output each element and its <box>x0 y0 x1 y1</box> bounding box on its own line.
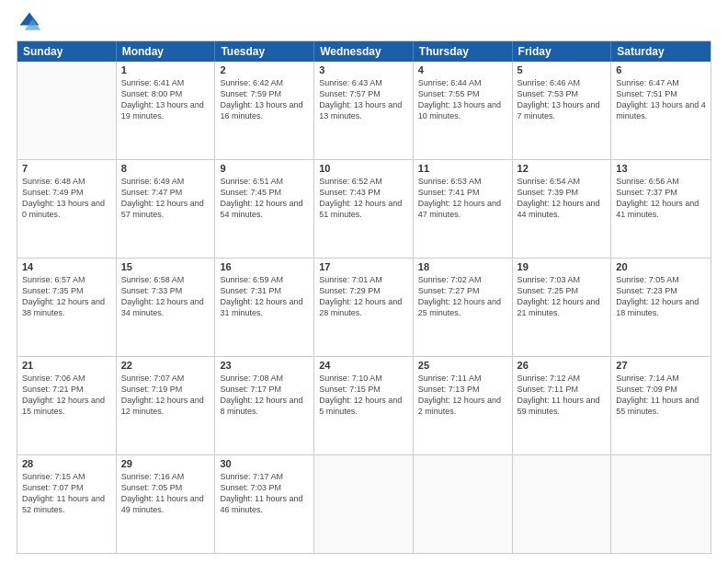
day-info: Sunrise: 6:53 AMSunset: 7:41 PMDaylight:… <box>418 176 507 221</box>
day-info: Sunrise: 6:43 AMSunset: 7:57 PMDaylight:… <box>319 77 408 122</box>
day-header-wednesday: Wednesday <box>314 41 414 62</box>
day-number: 15 <box>121 261 210 272</box>
day-info: Sunrise: 6:49 AMSunset: 7:47 PMDaylight:… <box>121 176 210 221</box>
day-number: 10 <box>319 163 408 174</box>
day-cell-26: 26Sunrise: 7:12 AMSunset: 7:11 PMDayligh… <box>513 357 612 454</box>
day-info: Sunrise: 7:05 AMSunset: 7:23 PMDaylight:… <box>616 274 706 319</box>
empty-cell <box>611 455 711 553</box>
day-cell-14: 14Sunrise: 6:57 AMSunset: 7:35 PMDayligh… <box>17 259 117 356</box>
day-number: 11 <box>418 163 507 174</box>
day-number: 24 <box>319 360 408 371</box>
day-number: 3 <box>319 64 408 75</box>
day-info: Sunrise: 6:51 AMSunset: 7:45 PMDaylight:… <box>220 176 309 221</box>
week-row-4: 21Sunrise: 7:06 AMSunset: 7:21 PMDayligh… <box>17 357 711 455</box>
day-cell-7: 7Sunrise: 6:48 AMSunset: 7:49 PMDaylight… <box>17 160 117 258</box>
day-info: Sunrise: 6:42 AMSunset: 7:59 PMDaylight:… <box>220 77 309 122</box>
day-number: 16 <box>220 261 309 272</box>
day-info: Sunrise: 7:03 AMSunset: 7:25 PMDaylight:… <box>518 274 607 319</box>
day-number: 30 <box>220 458 309 469</box>
day-info: Sunrise: 7:10 AMSunset: 7:15 PMDaylight:… <box>319 373 408 418</box>
day-info: Sunrise: 6:48 AMSunset: 7:49 PMDaylight:… <box>22 176 111 221</box>
day-info: Sunrise: 6:59 AMSunset: 7:31 PMDaylight:… <box>220 274 309 319</box>
day-cell-16: 16Sunrise: 6:59 AMSunset: 7:31 PMDayligh… <box>215 259 314 356</box>
day-header-sunday: Sunday <box>17 41 117 62</box>
week-row-2: 7Sunrise: 6:48 AMSunset: 7:49 PMDaylight… <box>17 160 711 259</box>
day-cell-3: 3Sunrise: 6:43 AMSunset: 7:57 PMDaylight… <box>314 62 414 159</box>
day-cell-20: 20Sunrise: 7:05 AMSunset: 7:23 PMDayligh… <box>611 259 711 356</box>
day-number: 9 <box>220 163 309 174</box>
day-number: 14 <box>22 261 111 272</box>
empty-cell <box>414 455 513 553</box>
day-info: Sunrise: 7:15 AMSunset: 7:07 PMDaylight:… <box>22 471 111 516</box>
page: SundayMondayTuesdayWednesdayThursdayFrid… <box>0 0 728 563</box>
day-number: 1 <box>121 64 210 75</box>
empty-cell <box>314 455 414 553</box>
calendar-body: 1Sunrise: 6:41 AMSunset: 8:00 PMDaylight… <box>17 62 711 553</box>
day-cell-1: 1Sunrise: 6:41 AMSunset: 8:00 PMDaylight… <box>117 62 216 159</box>
day-info: Sunrise: 7:17 AMSunset: 7:03 PMDaylight:… <box>220 471 309 516</box>
day-header-monday: Monday <box>117 41 216 62</box>
day-info: Sunrise: 7:02 AMSunset: 7:27 PMDaylight:… <box>418 274 507 319</box>
day-cell-6: 6Sunrise: 6:47 AMSunset: 7:51 PMDaylight… <box>611 62 711 159</box>
day-cell-5: 5Sunrise: 6:46 AMSunset: 7:53 PMDaylight… <box>513 62 612 159</box>
day-info: Sunrise: 6:56 AMSunset: 7:37 PMDaylight:… <box>616 176 706 221</box>
day-cell-9: 9Sunrise: 6:51 AMSunset: 7:45 PMDaylight… <box>215 160 314 258</box>
day-info: Sunrise: 6:44 AMSunset: 7:55 PMDaylight:… <box>418 77 507 122</box>
day-info: Sunrise: 6:52 AMSunset: 7:43 PMDaylight:… <box>319 176 408 221</box>
day-cell-15: 15Sunrise: 6:58 AMSunset: 7:33 PMDayligh… <box>117 259 216 356</box>
day-number: 28 <box>22 458 111 469</box>
day-cell-4: 4Sunrise: 6:44 AMSunset: 7:55 PMDaylight… <box>414 62 513 159</box>
calendar-header: SundayMondayTuesdayWednesdayThursdayFrid… <box>17 41 711 62</box>
day-info: Sunrise: 7:01 AMSunset: 7:29 PMDaylight:… <box>319 274 408 319</box>
day-info: Sunrise: 6:54 AMSunset: 7:39 PMDaylight:… <box>518 176 607 221</box>
week-row-3: 14Sunrise: 6:57 AMSunset: 7:35 PMDayligh… <box>17 259 711 357</box>
logo <box>17 9 46 35</box>
day-info: Sunrise: 7:11 AMSunset: 7:13 PMDaylight:… <box>418 373 507 418</box>
day-number: 2 <box>220 64 309 75</box>
day-cell-25: 25Sunrise: 7:11 AMSunset: 7:13 PMDayligh… <box>414 357 513 454</box>
day-header-thursday: Thursday <box>414 41 513 62</box>
day-info: Sunrise: 6:41 AMSunset: 8:00 PMDaylight:… <box>121 77 210 122</box>
week-row-1: 1Sunrise: 6:41 AMSunset: 8:00 PMDaylight… <box>17 62 711 160</box>
day-info: Sunrise: 6:47 AMSunset: 7:51 PMDaylight:… <box>616 77 706 122</box>
day-number: 6 <box>616 64 706 75</box>
day-number: 25 <box>418 360 507 371</box>
day-cell-24: 24Sunrise: 7:10 AMSunset: 7:15 PMDayligh… <box>314 357 414 454</box>
day-cell-21: 21Sunrise: 7:06 AMSunset: 7:21 PMDayligh… <box>17 357 117 454</box>
day-cell-17: 17Sunrise: 7:01 AMSunset: 7:29 PMDayligh… <box>314 259 414 356</box>
day-number: 23 <box>220 360 309 371</box>
day-cell-13: 13Sunrise: 6:56 AMSunset: 7:37 PMDayligh… <box>611 160 711 258</box>
day-info: Sunrise: 7:07 AMSunset: 7:19 PMDaylight:… <box>121 373 210 418</box>
day-info: Sunrise: 6:57 AMSunset: 7:35 PMDaylight:… <box>22 274 111 319</box>
day-number: 18 <box>418 261 507 272</box>
day-header-tuesday: Tuesday <box>215 41 314 62</box>
day-cell-2: 2Sunrise: 6:42 AMSunset: 7:59 PMDaylight… <box>215 62 314 159</box>
day-cell-27: 27Sunrise: 7:14 AMSunset: 7:09 PMDayligh… <box>611 357 711 454</box>
day-number: 5 <box>518 64 607 75</box>
day-info: Sunrise: 7:12 AMSunset: 7:11 PMDaylight:… <box>518 373 607 418</box>
day-number: 12 <box>518 163 607 174</box>
day-number: 22 <box>121 360 210 371</box>
day-number: 19 <box>518 261 607 272</box>
day-cell-11: 11Sunrise: 6:53 AMSunset: 7:41 PMDayligh… <box>414 160 513 258</box>
calendar: SundayMondayTuesdayWednesdayThursdayFrid… <box>17 40 711 554</box>
day-number: 21 <box>22 360 111 371</box>
day-number: 8 <box>121 163 210 174</box>
day-number: 7 <box>22 163 111 174</box>
day-info: Sunrise: 7:14 AMSunset: 7:09 PMDaylight:… <box>616 373 706 418</box>
day-number: 29 <box>121 458 210 469</box>
day-info: Sunrise: 7:06 AMSunset: 7:21 PMDaylight:… <box>22 373 111 418</box>
day-cell-23: 23Sunrise: 7:08 AMSunset: 7:17 PMDayligh… <box>215 357 314 454</box>
day-cell-12: 12Sunrise: 6:54 AMSunset: 7:39 PMDayligh… <box>513 160 612 258</box>
day-header-friday: Friday <box>513 41 612 62</box>
day-number: 13 <box>616 163 706 174</box>
day-number: 20 <box>616 261 706 272</box>
day-cell-18: 18Sunrise: 7:02 AMSunset: 7:27 PMDayligh… <box>414 259 513 356</box>
empty-cell <box>17 62 117 159</box>
day-info: Sunrise: 7:16 AMSunset: 7:05 PMDaylight:… <box>121 471 210 516</box>
day-cell-29: 29Sunrise: 7:16 AMSunset: 7:05 PMDayligh… <box>117 455 216 553</box>
logo-icon <box>17 9 42 35</box>
day-number: 27 <box>616 360 706 371</box>
day-number: 17 <box>319 261 408 272</box>
day-number: 26 <box>518 360 607 371</box>
